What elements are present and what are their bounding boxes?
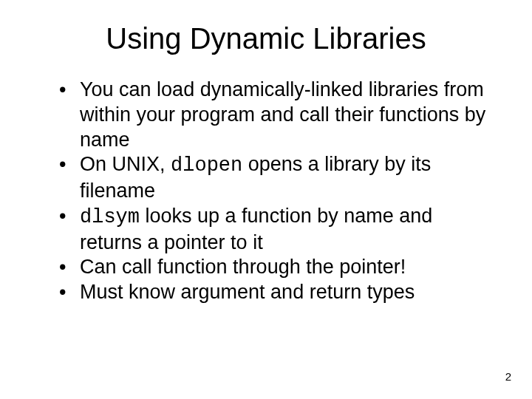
- bullet-text: Must know argument and return types: [80, 281, 415, 303]
- slide-title: Using Dynamic Libraries: [44, 22, 488, 55]
- list-item: You can load dynamically-linked librarie…: [59, 78, 488, 152]
- code-dlopen: dlopen: [171, 154, 242, 177]
- list-item: On UNIX, dlopen opens a library by its f…: [59, 152, 488, 204]
- list-item: dlsym looks up a function by name and re…: [59, 204, 488, 256]
- bullet-text-pre: On UNIX,: [80, 153, 171, 175]
- list-item: Can call function through the pointer!: [59, 255, 488, 280]
- bullet-text: Can call function through the pointer!: [80, 256, 406, 278]
- code-dlsym: dlsym: [80, 206, 140, 228]
- bullet-list: You can load dynamically-linked librarie…: [59, 78, 488, 305]
- slide: Using Dynamic Libraries You can load dyn…: [0, 0, 532, 399]
- bullet-text: You can load dynamically-linked librarie…: [80, 78, 485, 151]
- list-item: Must know argument and return types: [59, 280, 488, 305]
- page-number: 2: [505, 370, 511, 383]
